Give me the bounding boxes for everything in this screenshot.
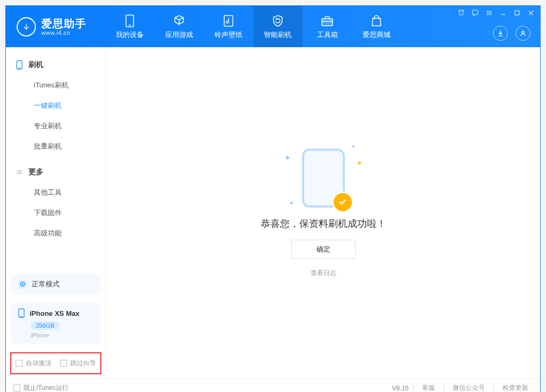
header-actions [493, 26, 530, 41]
svg-rect-5 [473, 10, 478, 14]
header: 爱思助手 www.i4.cn 我的设备 应用游戏 铃声壁纸 智能刷机 [6, 6, 540, 47]
sidebar-item-itunes-flash[interactable]: iTunes刷机 [6, 75, 106, 95]
sidebar-options-highlighted: 自动激活 跳过向导 [10, 352, 101, 374]
device-icon [16, 60, 23, 70]
svg-rect-10 [515, 11, 519, 15]
app-logo-icon [17, 17, 36, 36]
nav-store[interactable]: 爱思商城 [352, 6, 401, 47]
user-button[interactable] [515, 26, 530, 41]
close-icon[interactable] [527, 9, 535, 17]
nav-label: 我的设备 [116, 30, 144, 40]
sidebar: 刷机 iTunes刷机 一键刷机 专业刷机 批量刷机 更多 其他工具 下载固件 … [6, 47, 106, 379]
nav-label: 智能刷机 [264, 30, 292, 40]
success-illustration [302, 149, 345, 208]
section-title: 更多 [28, 167, 43, 177]
shield-refresh-icon [271, 14, 285, 28]
logo-block: 爱思助手 www.i4.cn [6, 6, 105, 47]
device-status-label: 正常模式 [32, 279, 60, 289]
cb-label: 阻止iTunes运行 [24, 383, 69, 392]
maximize-icon[interactable] [513, 9, 521, 17]
bag-icon [370, 14, 383, 28]
toolbox-icon [320, 14, 334, 28]
cb-label: 自动激活 [26, 359, 51, 368]
sidebar-section-flash: 刷机 [6, 57, 106, 75]
minimize-icon[interactable] [499, 9, 507, 17]
nav-smart-flash[interactable]: 智能刷机 [253, 6, 302, 47]
nav-ringtone-wallpaper[interactable]: 铃声壁纸 [204, 6, 253, 47]
nav-label: 铃声壁纸 [215, 30, 242, 40]
wechat-link[interactable]: 微信公众号 [448, 383, 489, 392]
cube-icon [172, 14, 186, 28]
version-label: V8.16 [392, 384, 409, 392]
sidebar-item-oneclick-flash[interactable]: 一键刷机 [6, 95, 106, 116]
nav-label: 爱思商城 [363, 30, 390, 40]
sidebar-item-other-tools[interactable]: 其他工具 [6, 182, 106, 203]
nav-label: 工具箱 [317, 30, 338, 40]
section-title: 刷机 [28, 60, 43, 70]
view-log-link[interactable]: 查看日志 [311, 269, 336, 278]
feedback-icon[interactable] [471, 9, 479, 17]
status-dot-icon [18, 279, 27, 289]
device-type: iPhone [31, 332, 94, 338]
nav-apps-games[interactable]: 应用游戏 [154, 6, 204, 47]
ok-button[interactable]: 确定 [291, 240, 356, 259]
main-content: 恭喜您，保资料刷机成功啦！ 确定 查看日志 [106, 47, 540, 379]
device-name: iPhone XS Max [29, 309, 79, 317]
app-url: www.i4.cn [41, 29, 86, 36]
checkbox-icon [13, 384, 20, 391]
nav-my-device[interactable]: 我的设备 [105, 6, 154, 47]
cb-skip-guide[interactable]: 跳过向导 [60, 359, 96, 368]
shirt-icon[interactable] [458, 9, 465, 17]
checkbox-icon [60, 360, 67, 367]
svg-point-21 [22, 284, 24, 285]
sidebar-section-more: 更多 [6, 164, 106, 182]
cb-label: 跳过向导 [70, 359, 96, 368]
checkbox-icon [16, 360, 23, 367]
download-button[interactable] [493, 26, 508, 41]
app-title: 爱思助手 [41, 18, 86, 29]
phone-icon [123, 14, 137, 28]
check-update-link[interactable]: 检查更新 [498, 383, 533, 392]
sidebar-item-batch-flash[interactable]: 批量刷机 [6, 136, 106, 157]
nav-toolbox[interactable]: 工具箱 [302, 6, 352, 47]
device-capacity: 256GB [31, 321, 60, 330]
sidebar-item-pro-flash[interactable]: 专业刷机 [6, 116, 106, 136]
status-bar: 阻止iTunes运行 V8.16 客服 微信公众号 检查更新 [6, 379, 540, 392]
menu-icon[interactable] [485, 9, 493, 17]
success-message: 恭喜您，保资料刷机成功啦！ [261, 217, 386, 230]
app-window: 爱思助手 www.i4.cn 我的设备 应用游戏 铃声壁纸 智能刷机 [5, 5, 541, 392]
customer-service-link[interactable]: 客服 [418, 383, 439, 392]
svg-rect-3 [322, 19, 333, 26]
device-status-card[interactable]: 正常模式 [11, 274, 100, 294]
cb-block-itunes[interactable]: 阻止iTunes运行 [13, 383, 69, 392]
phone-small-icon [18, 308, 25, 318]
sidebar-item-advanced[interactable]: 高级功能 [6, 223, 106, 243]
music-file-icon [222, 14, 235, 28]
body: 刷机 iTunes刷机 一键刷机 专业刷机 批量刷机 更多 其他工具 下载固件 … [6, 47, 540, 379]
svg-point-14 [522, 31, 524, 33]
nav-label: 应用游戏 [165, 30, 193, 40]
nav: 我的设备 应用游戏 铃声壁纸 智能刷机 工具箱 爱思商城 [105, 6, 401, 47]
window-controls [458, 9, 535, 17]
sidebar-item-download-firmware[interactable]: 下载固件 [6, 203, 106, 223]
list-icon [16, 168, 23, 176]
check-badge-icon [332, 191, 353, 213]
cb-auto-activate[interactable]: 自动激活 [16, 359, 51, 368]
device-info-card[interactable]: iPhone XS Max 256GB iPhone [11, 303, 100, 344]
